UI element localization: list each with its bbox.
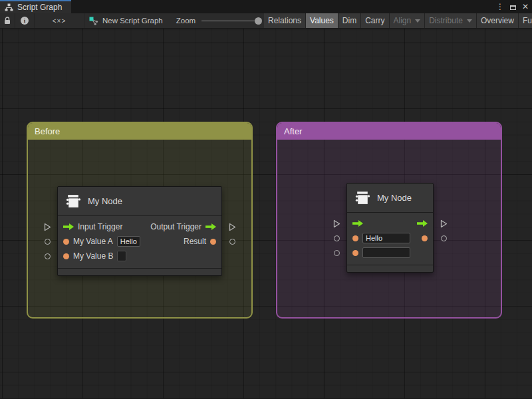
tab-label: Script Graph (17, 3, 62, 12)
value-input-port[interactable] (63, 239, 69, 245)
value-b-field[interactable] (362, 247, 410, 258)
group-label: Before (35, 126, 60, 136)
value-output-port[interactable] (422, 235, 428, 241)
node-title: My Node (88, 196, 122, 206)
toolbar: i <×> New Script Graph Zoom 1x (0, 13, 532, 29)
zoom-slider[interactable] (201, 21, 260, 21)
toolbar-left: i <×> New Script Graph Zoom 1x (0, 13, 274, 28)
node-footer (58, 268, 221, 275)
port-label: My Value A (73, 237, 113, 246)
code-icon: <×> (53, 17, 66, 25)
external-value-port[interactable] (441, 235, 447, 241)
zoom-label: Zoom (176, 17, 196, 25)
window-menu-button[interactable]: ⋮ (496, 3, 504, 11)
port-label: Input Trigger (78, 222, 122, 231)
value-a-field[interactable]: Hello (362, 233, 410, 243)
node-row: Input Trigger Output Trigger (58, 219, 221, 234)
dropdown-caret-icon (415, 19, 420, 23)
toolbar-button-full-screen[interactable]: Full Screen (519, 13, 532, 28)
zoom-control: Zoom 1x (176, 17, 275, 25)
external-trigger-port[interactable] (229, 223, 236, 231)
external-value-port[interactable] (45, 253, 51, 259)
toolbar-button-relations[interactable]: Relations (264, 13, 306, 28)
dropdown-caret-icon (467, 19, 472, 23)
port-label: Output Trigger (150, 222, 201, 231)
node-after[interactable]: My Node (346, 183, 434, 273)
graph-breadcrumb[interactable]: New Script Graph (84, 13, 168, 28)
external-trigger-port[interactable] (44, 223, 51, 231)
external-value-port[interactable] (45, 239, 51, 245)
graph-canvas[interactable]: Before After My Node (0, 29, 532, 398)
code-view-button[interactable]: <×> (35, 13, 84, 28)
node-row (347, 245, 433, 260)
external-trigger-port[interactable] (440, 219, 448, 228)
port-label: Result (184, 237, 206, 246)
toolbar-button-overview[interactable]: Overview (477, 13, 519, 28)
node-row: My Value B (58, 249, 221, 263)
info-button[interactable]: i (15, 13, 35, 28)
group-before-header[interactable]: Before (28, 123, 251, 140)
port-label: My Value B (73, 251, 113, 261)
lock-button[interactable] (0, 13, 15, 28)
zoom-slider-handle[interactable] (255, 17, 262, 25)
tab-bar: Script Graph ⋮ ✕ (0, 0, 532, 13)
close-button[interactable]: ✕ (522, 3, 529, 11)
external-output-ports (438, 216, 449, 260)
node-header[interactable]: My Node (58, 187, 221, 216)
external-output-ports (227, 219, 237, 263)
node-title: My Node (377, 193, 412, 203)
toolbar-button-values[interactable]: Values (306, 13, 338, 28)
node-footer (347, 265, 433, 272)
input-trigger-port[interactable] (63, 223, 74, 230)
node-row: My Value A Hello Result (58, 234, 221, 249)
toolbar-button-align[interactable]: Align (390, 13, 426, 28)
group-label: After (284, 126, 302, 136)
value-a-field[interactable]: Hello (117, 236, 140, 247)
maximize-icon (510, 5, 516, 10)
toolbar-button-distribute[interactable]: Distribute (425, 13, 477, 28)
node-row: Hello (347, 231, 433, 245)
value-input-port[interactable] (352, 235, 358, 241)
value-b-field[interactable] (117, 251, 126, 261)
node-before[interactable]: My Node Input Trigger Output Trigger (57, 186, 222, 276)
script-graph-icon (89, 17, 98, 25)
group-after-header[interactable]: After (277, 123, 501, 140)
value-output-port[interactable] (210, 239, 216, 245)
output-trigger-port[interactable] (205, 223, 216, 230)
maximize-button[interactable] (510, 1, 516, 13)
node-rows: Input Trigger Output Trigger My Value A (58, 216, 221, 268)
input-trigger-port[interactable] (352, 220, 363, 227)
output-trigger-port[interactable] (417, 220, 428, 227)
toolbar-button-carry[interactable]: Carry (361, 13, 389, 28)
toolbar-button-dim[interactable]: Dim (338, 13, 361, 28)
unit-icon (354, 190, 371, 206)
unit-icon (65, 193, 82, 209)
external-input-ports (331, 216, 342, 260)
external-trigger-port[interactable] (333, 219, 340, 228)
external-value-port[interactable] (334, 250, 340, 256)
node-row (347, 216, 433, 231)
external-input-ports (42, 219, 53, 263)
info-icon: i (21, 17, 29, 25)
graph-name-label: New Script Graph (102, 17, 163, 25)
node-rows: Hello (347, 213, 433, 265)
tab-script-graph[interactable]: Script Graph (0, 0, 71, 13)
lock-icon (4, 17, 11, 25)
value-input-port[interactable] (63, 253, 69, 259)
value-input-port[interactable] (352, 250, 358, 256)
graph-hierarchy-icon (5, 3, 13, 11)
external-value-port[interactable] (334, 235, 340, 241)
window-controls: ⋮ ✕ (496, 0, 529, 13)
node-header[interactable]: My Node (347, 184, 433, 213)
external-value-port[interactable] (229, 239, 235, 245)
toolbar-right: Relations Values Dim Carry Align Distrib… (264, 13, 532, 28)
